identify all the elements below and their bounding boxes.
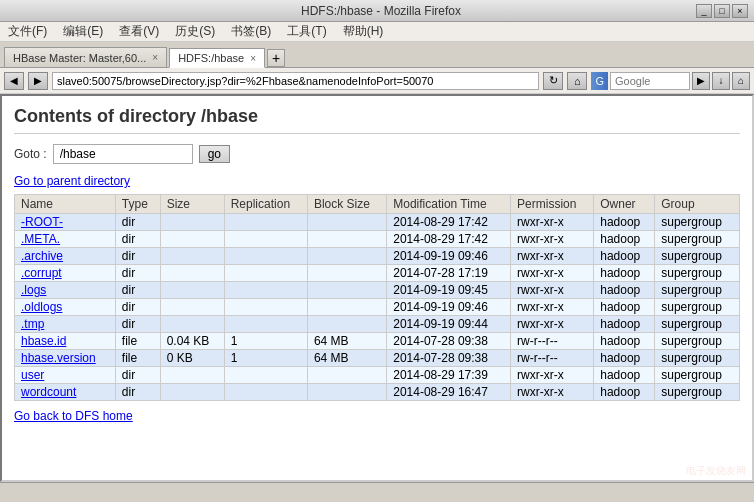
- cell-owner: hadoop: [594, 350, 655, 367]
- back-button[interactable]: ◀: [4, 72, 24, 90]
- tab-hbase-master-label: HBase Master: Master,60...: [13, 52, 146, 64]
- table-row: .oldlogsdir2014-09-19 09:46rwxr-xr-xhado…: [15, 299, 740, 316]
- cell-replication: [224, 299, 307, 316]
- cell-size: [160, 214, 224, 231]
- cell-type: dir: [115, 231, 160, 248]
- forward-button[interactable]: ▶: [28, 72, 48, 90]
- page-title: Contents of directory /hbase: [14, 106, 740, 134]
- menu-edit[interactable]: 编辑(E): [59, 23, 107, 40]
- cell-size: 0 KB: [160, 350, 224, 367]
- tab-hdfs-hbase-close[interactable]: ×: [250, 53, 256, 64]
- cell-type: dir: [115, 367, 160, 384]
- col-replication: Replication: [224, 195, 307, 214]
- cell-size: [160, 384, 224, 401]
- cell-mod-time: 2014-09-19 09:45: [387, 282, 511, 299]
- cell-size: [160, 316, 224, 333]
- dfs-home-link[interactable]: Go back to DFS home: [14, 409, 740, 423]
- file-link[interactable]: .oldlogs: [21, 300, 62, 314]
- cell-size: [160, 299, 224, 316]
- menu-tools[interactable]: 工具(T): [283, 23, 330, 40]
- goto-input[interactable]: [53, 144, 193, 164]
- menu-file[interactable]: 文件(F): [4, 23, 51, 40]
- menu-help[interactable]: 帮助(H): [339, 23, 388, 40]
- close-button[interactable]: ×: [732, 4, 748, 18]
- cell-name: hbase.version: [15, 350, 116, 367]
- cell-block-size: [307, 214, 386, 231]
- cell-name: .tmp: [15, 316, 116, 333]
- new-tab-button[interactable]: +: [267, 49, 285, 67]
- cell-size: [160, 248, 224, 265]
- file-link[interactable]: .META.: [21, 232, 60, 246]
- col-size: Size: [160, 195, 224, 214]
- home-button[interactable]: ⌂: [567, 72, 587, 90]
- cell-replication: [224, 248, 307, 265]
- cell-name: .META.: [15, 231, 116, 248]
- file-link[interactable]: user: [21, 368, 44, 382]
- menu-history[interactable]: 历史(S): [171, 23, 219, 40]
- table-row: hbase.versionfile0 KB164 MB2014-07-28 09…: [15, 350, 740, 367]
- table-row: .corruptdir2014-07-28 17:19rwxr-xr-xhado…: [15, 265, 740, 282]
- col-owner: Owner: [594, 195, 655, 214]
- cell-owner: hadoop: [594, 384, 655, 401]
- cell-mod-time: 2014-09-19 09:44: [387, 316, 511, 333]
- search-home-button[interactable]: ⌂: [732, 72, 750, 90]
- title-bar: HDFS:/hbase - Mozilla Firefox _ □ ×: [0, 0, 754, 22]
- cell-replication: [224, 367, 307, 384]
- cell-name: wordcount: [15, 384, 116, 401]
- goto-button[interactable]: go: [199, 145, 230, 163]
- cell-permission: rwxr-xr-x: [511, 231, 594, 248]
- table-row: userdir2014-08-29 17:39rwxr-xr-xhadoopsu…: [15, 367, 740, 384]
- cell-name: .corrupt: [15, 265, 116, 282]
- col-mod-time: Modification Time: [387, 195, 511, 214]
- refresh-button[interactable]: ↻: [543, 72, 563, 90]
- file-link[interactable]: .archive: [21, 249, 63, 263]
- file-link[interactable]: hbase.id: [21, 334, 66, 348]
- file-link[interactable]: wordcount: [21, 385, 76, 399]
- maximize-button[interactable]: □: [714, 4, 730, 18]
- cell-owner: hadoop: [594, 248, 655, 265]
- tab-hbase-master-close[interactable]: ×: [152, 52, 158, 63]
- search-engine-label: G: [591, 72, 608, 90]
- cell-replication: [224, 282, 307, 299]
- col-type: Type: [115, 195, 160, 214]
- tab-hdfs-hbase-label: HDFS:/hbase: [178, 52, 244, 64]
- cell-block-size: [307, 265, 386, 282]
- search-go-button[interactable]: ▶: [692, 72, 710, 90]
- cell-owner: hadoop: [594, 231, 655, 248]
- cell-type: dir: [115, 265, 160, 282]
- cell-size: [160, 231, 224, 248]
- menu-view[interactable]: 查看(V): [115, 23, 163, 40]
- address-input[interactable]: [52, 72, 539, 90]
- file-link[interactable]: .tmp: [21, 317, 44, 331]
- search-down-button[interactable]: ↓: [712, 72, 730, 90]
- file-link[interactable]: hbase.version: [21, 351, 96, 365]
- cell-permission: rwxr-xr-x: [511, 248, 594, 265]
- parent-directory-link[interactable]: Go to parent directory: [14, 174, 740, 188]
- cell-size: [160, 282, 224, 299]
- file-link[interactable]: -ROOT-: [21, 215, 63, 229]
- table-row: .logsdir2014-09-19 09:45rwxr-xr-xhadoops…: [15, 282, 740, 299]
- cell-size: [160, 367, 224, 384]
- table-row: -ROOT-dir2014-08-29 17:42rwxr-xr-xhadoop…: [15, 214, 740, 231]
- cell-group: supergroup: [655, 316, 740, 333]
- menu-bookmarks[interactable]: 书签(B): [227, 23, 275, 40]
- cell-permission: rw-r--r--: [511, 350, 594, 367]
- cell-owner: hadoop: [594, 265, 655, 282]
- cell-block-size: 64 MB: [307, 333, 386, 350]
- window-controls[interactable]: _ □ ×: [696, 4, 748, 18]
- cell-owner: hadoop: [594, 367, 655, 384]
- cell-type: dir: [115, 214, 160, 231]
- cell-replication: 1: [224, 333, 307, 350]
- cell-mod-time: 2014-08-29 17:42: [387, 231, 511, 248]
- cell-permission: rwxr-xr-x: [511, 316, 594, 333]
- search-input[interactable]: [610, 72, 690, 90]
- tab-hbase-master[interactable]: HBase Master: Master,60... ×: [4, 47, 167, 67]
- cell-type: dir: [115, 316, 160, 333]
- cell-block-size: [307, 384, 386, 401]
- tab-hdfs-hbase[interactable]: HDFS:/hbase ×: [169, 48, 265, 68]
- table-header-row: Name Type Size Replication Block Size Mo…: [15, 195, 740, 214]
- cell-replication: [224, 231, 307, 248]
- file-link[interactable]: .corrupt: [21, 266, 62, 280]
- file-link[interactable]: .logs: [21, 283, 46, 297]
- minimize-button[interactable]: _: [696, 4, 712, 18]
